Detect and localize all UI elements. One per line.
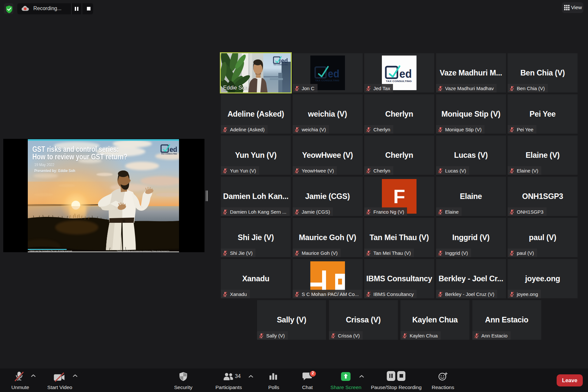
- svg-text:TAX CONSULTING: TAX CONSULTING: [161, 153, 177, 155]
- svg-text:ed: ed: [400, 67, 412, 80]
- svg-text:TAX CONSULTING: TAX CONSULTING: [386, 79, 412, 82]
- svg-text:ed: ed: [281, 57, 288, 64]
- svg-text:TAX CONSULTING: TAX CONSULTING: [273, 64, 288, 66]
- svg-text:TAX CONSULTING: TAX CONSULTING: [315, 79, 339, 82]
- svg-text:ed: ed: [170, 145, 177, 154]
- svg-text:ed: ed: [328, 68, 339, 80]
